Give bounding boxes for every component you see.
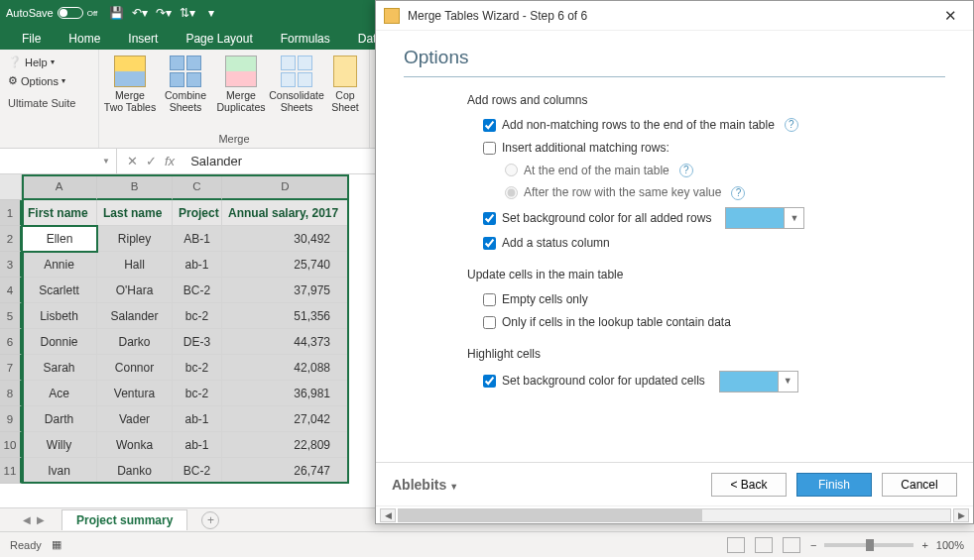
zoom-slider[interactable] [824,543,913,547]
table-cell[interactable]: O'Hara [97,278,173,303]
table-cell[interactable]: 25,740 [222,252,349,278]
table-cell[interactable]: ab-1 [173,432,222,458]
merge-two-tables-button[interactable]: MergeTwo Tables [103,54,157,131]
table-cell[interactable]: DE-3 [173,329,222,355]
table-cell[interactable]: Wonka [97,432,173,458]
row-header[interactable]: 5 [0,303,22,329]
table-cell[interactable]: 42,088 [222,355,349,381]
opt-bg-added-rows[interactable]: Set background color for all added rows … [483,207,945,229]
opt-bg-updated[interactable]: Set background color for updated cells ▼ [483,371,945,392]
opt-lookup-has-data[interactable]: Only if cells in the lookup table contai… [483,314,945,331]
consolidate-sheets-button[interactable]: ConsolidateSheets [270,54,323,131]
table-cell[interactable]: Annie [22,252,97,278]
table-cell[interactable]: Hall [97,252,173,278]
macro-record-icon[interactable]: ▦ [52,538,61,551]
undo-icon[interactable]: ↶▾ [133,6,147,20]
table-cell[interactable]: 36,981 [222,381,349,406]
table-cell[interactable]: BC-2 [173,278,222,303]
sheet-nav-next[interactable]: ▶ [34,514,48,525]
finish-button[interactable]: Finish [796,473,872,497]
table-cell[interactable]: bc-2 [173,355,222,381]
sheet-tab[interactable]: Project summary [61,509,187,530]
back-button[interactable]: < Back [711,473,787,497]
table-cell[interactable]: Ellen [21,225,98,253]
copy-sheets-button[interactable]: CopSheet [325,54,365,131]
table-cell[interactable]: Sarah [22,355,97,381]
table-cell[interactable]: 30,492 [222,226,349,252]
tab-file[interactable]: File [8,28,55,50]
table-cell[interactable]: Darko [97,329,173,355]
row-header[interactable]: 4 [0,278,22,303]
view-normal-button[interactable] [727,537,745,553]
opt-empty-only[interactable]: Empty cells only [483,291,945,308]
help-button[interactable]: ❔Help▾ [8,56,90,68]
enter-icon[interactable]: ✓ [146,154,157,168]
table-cell[interactable]: ab-1 [173,406,222,432]
dialog-titlebar[interactable]: Merge Tables Wizard - Step 6 of 6 ✕ [376,1,973,31]
opt-add-nonmatching[interactable]: Add non-matching rows to the end of the … [483,117,945,134]
scroll-left-icon[interactable]: ◀ [380,508,396,522]
table-cell[interactable]: bc-2 [173,303,222,329]
table-cell[interactable]: 27,042 [222,406,349,432]
table-header-cell[interactable]: Project [173,200,222,226]
row-header[interactable]: 6 [0,329,22,355]
col-header[interactable]: B [97,174,173,200]
col-header[interactable]: C [173,174,222,200]
table-cell[interactable]: 37,975 [222,278,349,303]
table-cell[interactable]: Vader [97,406,173,432]
table-cell[interactable]: Donnie [22,329,97,355]
table-cell[interactable]: 44,373 [222,329,349,355]
table-cell[interactable]: Ivan [22,458,97,484]
zoom-out-icon[interactable]: − [810,539,816,551]
merge-duplicates-button[interactable]: MergeDuplicates [214,54,268,131]
table-header-cell[interactable]: Annual salary, 2017 [222,200,349,226]
table-cell[interactable]: BC-2 [173,458,222,484]
cancel-button[interactable]: Cancel [882,473,957,497]
view-page-layout-button[interactable] [755,537,773,553]
table-cell[interactable]: Salander [97,303,173,329]
color-picker-added[interactable]: ▼ [725,207,804,229]
help-icon[interactable]: ? [785,118,798,132]
fx-icon[interactable]: fx [165,154,175,168]
col-header[interactable]: A [22,174,97,200]
tab-insert[interactable]: Insert [114,28,172,50]
row-header[interactable]: 7 [0,355,22,381]
table-cell[interactable]: Ace [22,381,97,406]
help-icon[interactable]: ? [731,186,745,200]
brand-link[interactable]: Ablebits▼ [392,477,458,493]
sheet-nav-prev[interactable]: ◀ [20,514,34,525]
save-icon[interactable]: 💾 [109,6,123,20]
table-header-cell[interactable]: First name [22,200,97,226]
col-header[interactable]: D [222,174,349,200]
table-cell[interactable]: 26,747 [222,458,349,484]
row-header[interactable]: 8 [0,381,22,406]
table-cell[interactable]: ab-1 [173,252,222,278]
row-header[interactable]: 1 [0,200,22,226]
row-header[interactable]: 9 [0,406,22,432]
table-cell[interactable]: Lisbeth [22,303,97,329]
name-box[interactable]: ▼ [0,149,117,173]
table-header-cell[interactable]: Last name [97,200,173,226]
table-cell[interactable]: 22,809 [222,432,349,458]
row-header[interactable]: 2 [0,226,22,252]
row-header[interactable]: 11 [0,458,22,484]
cancel-icon[interactable]: ✕ [127,154,138,168]
color-picker-updated[interactable]: ▼ [719,371,798,392]
zoom-in-icon[interactable]: + [921,539,927,551]
table-cell[interactable]: Willy [22,432,97,458]
table-cell[interactable]: AB-1 [173,226,222,252]
dialog-hscroll[interactable]: ◀ ▶ [376,505,973,523]
table-cell[interactable]: Ventura [97,381,173,406]
tab-page-layout[interactable]: Page Layout [172,28,266,50]
row-header[interactable]: 3 [0,252,22,278]
tab-formulas[interactable]: Formulas [267,28,344,50]
table-cell[interactable]: Connor [97,355,173,381]
add-sheet-button[interactable]: + [201,511,219,529]
close-icon[interactable]: ✕ [935,7,965,25]
table-cell[interactable]: Darth [22,406,97,432]
table-cell[interactable]: Danko [97,458,173,484]
options-button[interactable]: ⚙Options▾ [8,74,90,87]
sort-icon[interactable]: ⇅▾ [181,6,194,20]
scroll-right-icon[interactable]: ▶ [953,508,969,522]
table-cell[interactable]: Ripley [97,226,173,252]
